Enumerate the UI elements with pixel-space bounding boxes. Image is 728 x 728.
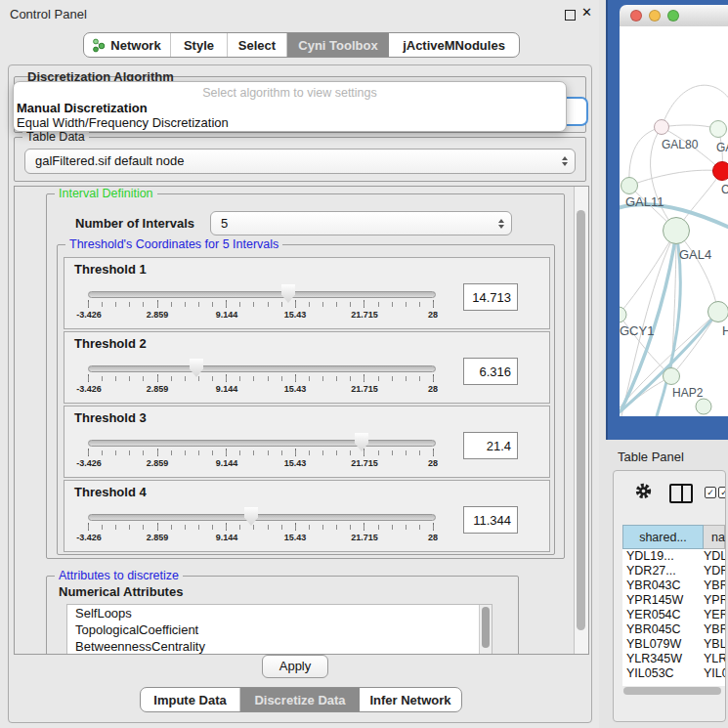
table-row[interactable]: YDL19...YDL1 [622, 549, 725, 564]
attributes-groupbox: Attributes to discretize Numerical Attri… [46, 576, 519, 655]
tab-select[interactable]: Select [228, 33, 287, 57]
list-item[interactable]: SelfLoops [67, 605, 492, 621]
threshold-3-label: Threshold 3 [74, 410, 147, 425]
checkbox-icon[interactable]: ✓ [718, 487, 726, 498]
table-row[interactable]: YBL079WYBL0 [622, 637, 725, 652]
tick-label: 2.859 [147, 384, 169, 394]
tick-label: -3.426 [76, 310, 102, 320]
threshold-3-slider[interactable] [88, 440, 436, 447]
table-body: YDL19...YDL1 YDR27...YDR2 YBR043CYBR0 YP… [622, 549, 725, 686]
numerical-attributes-label: Numerical Attributes [59, 584, 183, 599]
tick-label: 21.715 [351, 310, 378, 320]
table-row[interactable]: YIL053CYIL0 [622, 666, 725, 681]
dropdown-placeholder: Select algorithm to view settings [14, 86, 566, 100]
checkbox-icon[interactable]: ✓ [705, 487, 716, 498]
thresholds-group-title: Threshold's Coordinates for 5 Intervals [65, 237, 282, 251]
gear-icon[interactable] [635, 483, 652, 503]
tick-label: 9.144 [216, 458, 238, 468]
table-panel: ✓ ✓ shared... na YDL19...YDL1 YDR27...YD… [613, 470, 726, 722]
settings-scrollbar[interactable] [574, 187, 588, 654]
algorithm-dropdown-popup: Select algorithm to view settings Manual… [13, 81, 567, 132]
table-row[interactable]: YBR043CYBR0 [622, 578, 725, 593]
number-of-intervals-combobox[interactable]: 5 [210, 211, 512, 236]
minimize-traffic-light-icon[interactable] [649, 10, 661, 21]
threshold-1-label: Threshold 1 [74, 262, 147, 277]
threshold-4-slider[interactable] [88, 514, 436, 521]
column-header-shared-name[interactable]: shared... [622, 525, 704, 549]
node-gal4[interactable] [664, 218, 690, 244]
close-traffic-light-icon[interactable] [630, 10, 642, 21]
table-data-selected-value: galFiltered.sif default node [35, 153, 184, 168]
node-ga[interactable] [710, 121, 727, 138]
threshold-1-slider[interactable] [88, 291, 436, 298]
tab-jactivemnodules[interactable]: jActiveMNodules [389, 33, 519, 57]
thresholds-groupbox: Threshold's Coordinates for 5 Intervals … [57, 244, 555, 555]
table-row[interactable]: YDR27...YDR2 [622, 564, 725, 578]
threshold-4-value-input[interactable]: 11.344 [463, 506, 518, 534]
screen: Control Panel ✕ Network Style Select Cyn… [0, 0, 728, 728]
tab-infer-network[interactable]: Infer Network [360, 688, 461, 711]
number-of-intervals-label: Number of Intervals [75, 216, 194, 231]
zoom-traffic-light-icon[interactable] [667, 10, 679, 21]
table-row[interactable]: YLR345WYLR3 [622, 652, 725, 666]
node-hap2[interactable] [664, 368, 680, 385]
node-label: GCY1 [620, 323, 654, 338]
node-h[interactable] [708, 302, 728, 322]
threshold-4-label: Threshold 4 [74, 485, 147, 499]
node-partial[interactable] [696, 399, 711, 414]
tick-label: 9.144 [216, 533, 238, 542]
table-data-group-title: Table Data [22, 130, 89, 144]
network-window-titlebar[interactable] [620, 5, 728, 27]
control-panel-window: Control Panel ✕ Network Style Select Cyn… [0, 0, 599, 728]
list-item[interactable]: TopologicalCoefficient [67, 621, 492, 638]
tick-label: 2.859 [147, 310, 169, 320]
dropdown-option-equal-width-frequency[interactable]: Equal Width/Frequency Discretization [16, 115, 564, 130]
apply-button[interactable]: Apply [262, 655, 328, 678]
float-window-icon[interactable] [565, 10, 576, 21]
tick-label: 21.715 [351, 458, 378, 468]
table-row[interactable]: YPR145WYPR1 [622, 593, 725, 608]
threshold-2-value-input[interactable]: 6.316 [463, 358, 518, 385]
tab-style[interactable]: Style [171, 33, 228, 57]
dropdown-option-manual-discretization[interactable]: Manual Discretization [16, 101, 564, 115]
list-item[interactable]: BetweennessCentrality [67, 638, 492, 655]
threshold-1-value-input[interactable]: 14.713 [463, 283, 518, 311]
tick-label: 15.43 [284, 384, 307, 394]
network-canvas[interactable]: GAL80 GA C GAL11 GAL4 GCY1 H HAP2 [620, 26, 728, 416]
network-graph: GAL80 GA C GAL11 GAL4 GCY1 H HAP2 [620, 26, 728, 416]
tick-label: 28 [428, 533, 438, 542]
split-columns-icon[interactable] [669, 484, 693, 503]
node-label: C [721, 183, 728, 196]
window-title: Control Panel [10, 7, 87, 21]
tab-impute-data[interactable]: Impute Data [141, 688, 240, 711]
tick-label: 2.859 [147, 458, 169, 468]
tick-label: 21.715 [351, 533, 378, 542]
node-label: GAL11 [625, 194, 664, 209]
tick-label: -3.426 [76, 458, 102, 468]
settings-scrollbar-thumb[interactable] [577, 210, 585, 630]
table-data-groupbox: Table Data galFiltered.sif default node [14, 137, 586, 182]
table-row[interactable]: YER054CYER0 [622, 608, 725, 622]
threshold-2-slider[interactable] [88, 365, 436, 372]
node-gcy1[interactable] [620, 307, 626, 322]
list-scrollbar[interactable] [479, 605, 492, 655]
tab-network[interactable]: Network [84, 33, 171, 57]
column-header-name[interactable]: na [704, 525, 725, 549]
node-gal80[interactable] [655, 120, 669, 135]
threshold-3-value-input[interactable]: 21.4 [463, 432, 518, 459]
node-red-selected[interactable] [713, 162, 728, 181]
threshold-2-label: Threshold 2 [74, 336, 147, 351]
table-data-combobox[interactable]: galFiltered.sif default node [24, 149, 576, 174]
tab-cyni-toolbox[interactable]: Cyni Toolbox [287, 33, 389, 57]
node-label: GAL4 [679, 247, 711, 262]
close-icon[interactable]: ✕ [581, 5, 592, 20]
table-panel-title: Table Panel [618, 450, 684, 464]
settings-scroll-area: Interval Definition Number of Intervals … [14, 186, 589, 655]
table-horizontal-scrollbar[interactable] [623, 687, 721, 695]
node-gal11[interactable] [621, 178, 638, 194]
tab-discretize-data[interactable]: Discretize Data [240, 688, 360, 711]
threshold-2-panel: Threshold 2 -3.426 2.859 9.144 15.43 21.… [64, 331, 550, 404]
tick-label: 28 [428, 310, 438, 320]
table-row[interactable]: YBR045CYBR0 [622, 622, 725, 637]
tick-label: 21.715 [351, 384, 378, 394]
